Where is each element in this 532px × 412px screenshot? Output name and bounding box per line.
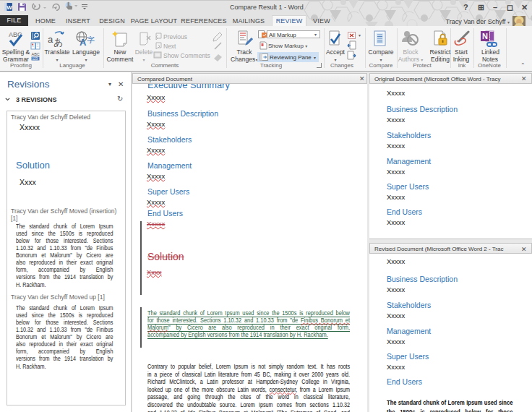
- svg-text:ABC: ABC: [32, 52, 40, 56]
- svg-text:字: 字: [87, 35, 95, 44]
- svg-text:あ: あ: [53, 37, 63, 47]
- svg-text:A: A: [80, 37, 87, 47]
- svg-text:N: N: [482, 32, 488, 40]
- svg-text:a: a: [48, 34, 53, 45]
- svg-text:W: W: [7, 4, 12, 11]
- svg-text:123: 123: [33, 57, 38, 61]
